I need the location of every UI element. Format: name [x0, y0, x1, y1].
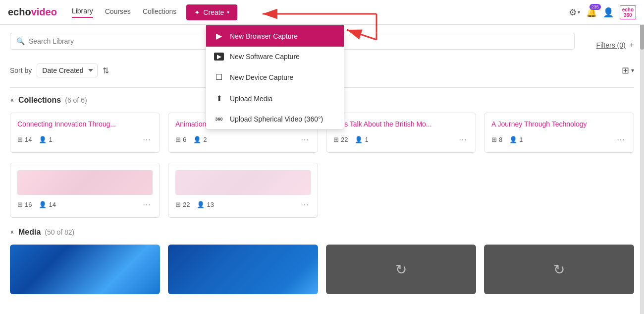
card-user-count-3: 👤 1 — [355, 136, 368, 143]
nav-collections[interactable]: Collections — [143, 7, 176, 17]
media-card-4[interactable]: ↻ — [484, 245, 634, 294]
card-media-count-3: ⊞ 22 — [333, 136, 348, 143]
card-more-button-1[interactable]: ⋯ — [141, 134, 153, 145]
card-meta-6: ⊞ 22 👤 13 ⋯ — [175, 199, 311, 210]
media-count-2: 6 — [183, 136, 186, 143]
user-count-3: 1 — [365, 136, 368, 143]
main-nav: Library Courses Collections — [72, 7, 176, 18]
chevron-down-icon: ▾ — [227, 9, 229, 15]
card-more-button-5[interactable]: ⋯ — [141, 199, 153, 210]
user-count-5: 14 — [49, 201, 55, 208]
media-title: Media — [18, 228, 41, 237]
card-user-count-2: 👤 2 — [193, 136, 207, 143]
user-icon-card-2: 👤 — [193, 136, 201, 143]
media-section: ∧ Media (50 of 82) ↻ ↻ — [10, 228, 634, 294]
media-count-1: 14 — [25, 136, 32, 143]
media-icon-6: ⊞ — [175, 201, 181, 208]
sort-direction-button[interactable]: ⇅ — [103, 66, 109, 75]
media-count-3: 22 — [341, 136, 348, 143]
user-count-1: 1 — [49, 136, 52, 143]
card-stats-6: ⊞ 22 👤 13 — [175, 201, 214, 208]
empty-card-8 — [484, 163, 634, 218]
dropdown-upload-spherical[interactable]: 360 Upload Spherical Video (360°) — [206, 109, 344, 129]
collections-title: Collections — [18, 96, 61, 105]
user-icon-card: 👤 — [39, 136, 47, 143]
settings-button[interactable]: ⚙ ▾ — [569, 7, 580, 18]
media-icon: ⊞ — [17, 136, 23, 143]
card-meta-4: ⊞ 8 👤 1 ⋯ — [491, 134, 627, 145]
logo: echovideo — [8, 6, 57, 18]
card-title-3: Let's Talk About the British Mo... — [333, 120, 469, 128]
nav-library[interactable]: Library — [72, 7, 93, 18]
collection-card-1[interactable]: Connecting Innovation Throug... ⊞ 14 👤 1… — [10, 113, 160, 153]
card-stats-3: ⊞ 22 👤 1 — [333, 136, 369, 143]
card-user-count-5: 👤 14 — [39, 201, 55, 208]
collection-card-3[interactable]: Let's Talk About the British Mo... ⊞ 22 … — [326, 113, 476, 153]
media-placeholder-icon-3: ↻ — [395, 261, 407, 278]
create-dropdown: ▶ New Browser Capture ▶ New Software Cap… — [206, 25, 344, 129]
card-more-button-3[interactable]: ⋯ — [457, 134, 469, 145]
card-title-1: Connecting Innovation Throug... — [17, 120, 153, 128]
dropdown-new-browser-capture[interactable]: ▶ New Browser Capture — [206, 25, 344, 47]
media-section-header[interactable]: ∧ Media (50 of 82) — [10, 228, 634, 237]
upload-media-icon: ⬆ — [214, 94, 224, 103]
card-media-count-4: ⊞ 8 — [491, 136, 502, 143]
card-media-count-1: ⊞ 14 — [17, 136, 32, 143]
media-icon-2: ⊞ — [175, 136, 181, 143]
sort-left: Sort by Date Created Title Duration Date… — [10, 63, 109, 77]
collection-card-5[interactable]: ⊞ 16 👤 14 ⋯ — [10, 163, 160, 218]
media-card-1[interactable] — [10, 245, 160, 294]
filters-button[interactable]: Filters (0) — [596, 41, 626, 49]
collections-chevron-icon: ∧ — [10, 97, 14, 104]
empty-card-7 — [326, 163, 476, 218]
dropdown-new-software-capture[interactable]: ▶ New Software Capture — [206, 47, 344, 66]
view-toggle[interactable]: ⊞ ▾ — [622, 65, 634, 76]
notifications-button[interactable]: 🔔 235 — [586, 7, 597, 18]
card-more-button-2[interactable]: ⋯ — [299, 134, 311, 145]
add-filter-button[interactable]: + — [630, 41, 634, 50]
notification-badge: 235 — [590, 4, 601, 10]
dropdown-upload-media[interactable]: ⬆ Upload Media — [206, 88, 344, 109]
card-stats-4: ⊞ 8 👤 1 — [491, 136, 523, 143]
card-thumbnail-6 — [175, 170, 311, 195]
media-count-4: 8 — [499, 136, 502, 143]
new-device-capture-label: New Device Capture — [230, 73, 293, 81]
collection-card-6[interactable]: ⊞ 22 👤 13 ⋯ — [168, 163, 318, 218]
new-browser-capture-label: New Browser Capture — [230, 32, 298, 40]
collections-grid-row2: ⊞ 16 👤 14 ⋯ ⊞ 22 — [10, 163, 634, 218]
logo-video: video — [31, 6, 57, 18]
create-button[interactable]: ✦ Create ▾ — [186, 4, 237, 20]
collections-count: (6 of 6) — [65, 96, 87, 104]
search-icon: 🔍 — [16, 37, 25, 45]
header-right: ⚙ ▾ 🔔 235 👤 echo360 — [569, 5, 636, 19]
user-icon-card-6: 👤 — [197, 201, 205, 208]
card-media-count-2: ⊞ 6 — [175, 136, 186, 143]
scrollbar[interactable] — [640, 0, 644, 314]
card-more-button-6[interactable]: ⋯ — [299, 199, 311, 210]
dropdown-new-device-capture[interactable]: ☐ New Device Capture — [206, 66, 344, 88]
card-user-count-6: 👤 13 — [197, 201, 214, 208]
media-card-2[interactable] — [168, 245, 318, 294]
create-icon: ✦ — [194, 8, 200, 16]
media-icon-4: ⊞ — [491, 136, 497, 143]
user-icon-card-3: 👤 — [355, 136, 363, 143]
media-grid: ↻ ↻ — [10, 245, 634, 294]
card-media-count-6: ⊞ 22 — [175, 201, 190, 208]
spherical-icon: 360 — [214, 117, 224, 122]
collection-card-4[interactable]: A Journey Through Technology ⊞ 8 👤 1 ⋯ — [484, 113, 634, 153]
card-meta-5: ⊞ 16 👤 14 ⋯ — [17, 199, 153, 210]
media-card-3[interactable]: ↻ — [326, 245, 476, 294]
card-stats-1: ⊞ 14 👤 1 — [17, 136, 53, 143]
media-count-5: 16 — [25, 201, 32, 208]
card-media-count-5: ⊞ 16 — [17, 201, 32, 208]
nav-courses[interactable]: Courses — [105, 7, 131, 17]
media-icon-5: ⊞ — [17, 201, 23, 208]
card-more-button-4[interactable]: ⋯ — [615, 134, 627, 145]
sort-select[interactable]: Date Created Title Duration Date Modifie… — [37, 63, 98, 77]
view-chevron-icon: ▾ — [631, 67, 634, 74]
user-profile-button[interactable]: 👤 — [603, 7, 614, 18]
media-count-6: 22 — [183, 201, 190, 208]
upload-spherical-label: Upload Spherical Video (360°) — [230, 115, 323, 123]
software-capture-icon: ▶ — [214, 53, 224, 61]
sort-direction-icon: ⇅ — [103, 66, 109, 75]
